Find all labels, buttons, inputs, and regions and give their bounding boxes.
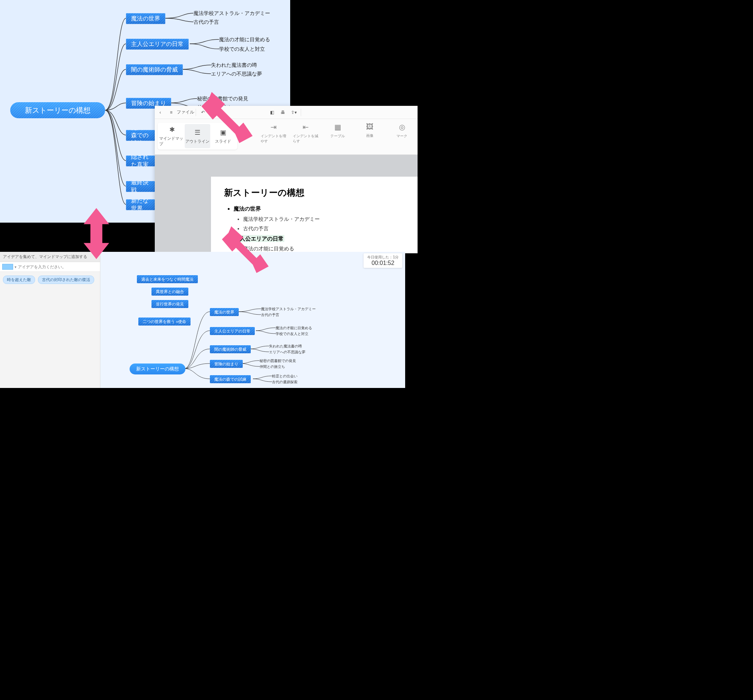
- node-label: 最終決戦: [131, 181, 150, 192]
- doc-title[interactable]: 新ストーリーの構想: [224, 187, 405, 198]
- svg-marker-0: [202, 92, 253, 143]
- view-mindmap[interactable]: ✱マインドマップ: [159, 124, 185, 148]
- mindmap-node[interactable]: 主人公エリアの日常: [126, 39, 189, 50]
- insert-image[interactable]: 🖼画像: [357, 123, 383, 144]
- tool-label: テーブル: [330, 134, 345, 139]
- small-leaf[interactable]: 秘密の図書館での発見: [259, 358, 296, 364]
- idea-node[interactable]: 異世界との融合: [152, 288, 188, 295]
- small-leaf[interactable]: 魔法学校アストラル・アカデミー: [261, 306, 316, 312]
- menu-icon[interactable]: ≡: [166, 107, 177, 118]
- tool-label: 画像: [366, 133, 373, 138]
- idea-input-row: ▾: [0, 262, 100, 272]
- small-mindmap-root[interactable]: 新ストーリーの構想: [130, 364, 186, 375]
- mindmap-node[interactable]: 魔法の世界: [126, 13, 166, 24]
- separator: [301, 109, 301, 116]
- mindmap-leaf[interactable]: 魔法学校アストラル・アカデミー: [194, 10, 270, 17]
- panel-icon[interactable]: ◧: [266, 107, 277, 118]
- timer-label: 今日使用した：1分: [367, 255, 398, 260]
- mindmap-node[interactable]: 闇の魔術師の脅威: [126, 64, 183, 75]
- item-label: 魔法の世界: [234, 205, 261, 212]
- idea-tag[interactable]: 古代の封印された敵の復活: [38, 275, 94, 284]
- color-swatch[interactable]: [2, 264, 13, 270]
- session-timer: 今日使用した：1分 00:01:52: [364, 253, 402, 268]
- idea-node[interactable]: 過去と未来をつなぐ時間魔法: [137, 275, 198, 283]
- table-icon: ▦: [334, 123, 341, 131]
- mindmap-leaf[interactable]: エリアへの不思議な夢: [211, 71, 262, 77]
- idea-node[interactable]: 並行世界の発見: [152, 300, 188, 308]
- insert-mark[interactable]: ◎マーク: [389, 123, 415, 144]
- indent-inc-icon: ⇥: [270, 123, 277, 131]
- tool-label: マーク: [397, 134, 407, 139]
- arrow-vertical: [83, 208, 109, 259]
- node-label: 魔法の森での試練: [131, 130, 150, 141]
- mindmap-root-label: 新ストーリーの構想: [25, 105, 91, 115]
- node-label: 隠された真実: [131, 155, 150, 166]
- node-label: 魔法の世界: [131, 15, 160, 23]
- outline-subitem[interactable]: 魔法学校アストラル・アカデミー: [243, 214, 405, 224]
- indent-increase[interactable]: ⇥インデントを増やす: [261, 123, 286, 144]
- idea-tags: 時を超えた敵 古代の封印された敵の復活: [0, 272, 100, 288]
- mindmap-icon: ✱: [169, 125, 175, 134]
- small-leaf[interactable]: 精霊との出会い: [272, 374, 297, 379]
- node-label: 魔法の世界: [214, 309, 234, 315]
- svg-marker-2: [222, 226, 269, 273]
- mindmap-leaf[interactable]: 失われた魔法書の噂: [211, 62, 257, 69]
- node-label: 闇の魔術師の脅威: [131, 66, 178, 74]
- node-label: 魔法の森での試練: [214, 377, 246, 382]
- root-label: 新ストーリーの構想: [136, 366, 179, 372]
- mindmap-node[interactable]: 新たな世界: [126, 199, 155, 210]
- small-leaf[interactable]: 失われた魔法書の噂: [269, 344, 302, 349]
- small-node[interactable]: 魔法の森での試練: [210, 375, 251, 383]
- small-node[interactable]: 魔法の世界: [210, 308, 239, 316]
- mindmap-root[interactable]: 新ストーリーの構想: [10, 102, 105, 118]
- tool-label: インデントを減らす: [293, 134, 318, 144]
- brainstorm-panel: アイデアを集めて、マインドマップに追加する ▾ 時を超えた敵 古代の封印された敵…: [0, 252, 405, 388]
- print-icon[interactable]: 🖶: [277, 107, 288, 118]
- tool-label: インデントを増やす: [261, 134, 286, 144]
- indent-decrease[interactable]: ⇤インデントを減らす: [293, 123, 318, 144]
- timer-value: 00:01:52: [367, 260, 398, 266]
- share-icon[interactable]: ⇪▾: [288, 107, 299, 118]
- mindmap-node[interactable]: 魔法の森での試練: [126, 130, 155, 141]
- small-leaf[interactable]: エリアへの不思議な夢: [269, 350, 306, 355]
- small-leaf[interactable]: 魔法の才能に目覚める: [276, 325, 312, 331]
- idea-input[interactable]: [18, 265, 98, 269]
- node-label: 闇の魔術師の脅威: [214, 347, 246, 352]
- back-button[interactable]: ‹: [155, 107, 166, 118]
- file-menu[interactable]: ファイル: [177, 109, 194, 115]
- small-node[interactable]: 冒険の始まり: [210, 360, 243, 368]
- small-leaf[interactable]: 仲間との旅立ち: [259, 364, 285, 369]
- insert-table[interactable]: ▦テーブル: [325, 123, 350, 144]
- editor-topbar: ‹ ≡ ファイル ↶ ↷ ◧ 🖶 ⇪▾: [155, 106, 417, 119]
- mindmap-node[interactable]: 隠された真実: [126, 155, 155, 166]
- idea-sidebar: アイデアを集めて、マインドマップに追加する ▾ 時を超えた敵 古代の封印された敵…: [0, 252, 100, 388]
- mark-icon: ◎: [399, 123, 405, 131]
- mindmap-leaf[interactable]: 魔法の才能に目覚める: [219, 36, 270, 43]
- outline-icon: ☰: [195, 128, 200, 136]
- ribbon-tools: ⇥インデントを増やす ⇤インデントを減らす ▦テーブル 🖼画像 ◎マーク: [261, 123, 415, 144]
- node-label: 新たな世界: [131, 199, 150, 210]
- small-leaf[interactable]: 古代の予言: [261, 312, 279, 317]
- small-node[interactable]: 闇の魔術師の脅威: [210, 345, 251, 353]
- small-node[interactable]: 主人公エリアの日常: [210, 327, 255, 335]
- mindmap-node[interactable]: 最終決戦: [126, 181, 155, 192]
- arrow-diagonal-1: [202, 92, 253, 143]
- image-icon: 🖼: [366, 123, 373, 131]
- editor-ribbon: ✱マインドマップ ☰アウトライン ▣スライド ⇥インデントを増やす ⇤インデント…: [155, 119, 417, 155]
- idea-node[interactable]: 二つの世界を救う »使命: [138, 317, 191, 325]
- node-label: 主人公エリアの日常: [214, 328, 250, 334]
- node-label: 冒険の始まり: [214, 361, 238, 367]
- mindmap-leaf[interactable]: 学校での友人と対立: [219, 46, 265, 53]
- view-label: マインドマップ: [159, 136, 185, 147]
- svg-marker-1: [84, 208, 109, 259]
- arrow-diagonal-2: [222, 226, 269, 273]
- outline-editor-panel: ‹ ≡ ファイル ↶ ↷ ◧ 🖶 ⇪▾ ✱マインドマップ ☰アウトライン ▣スラ…: [155, 106, 417, 253]
- idea-tag[interactable]: 時を超えた敵: [3, 275, 35, 284]
- node-label: 主人公エリアの日常: [131, 41, 184, 48]
- mindmap-leaf[interactable]: 古代の予言: [194, 19, 219, 25]
- small-leaf[interactable]: 学校での友人と対立: [276, 331, 308, 336]
- indent-dec-icon: ⇤: [303, 123, 309, 131]
- small-leaf[interactable]: 古代の遺跡探索: [272, 380, 297, 385]
